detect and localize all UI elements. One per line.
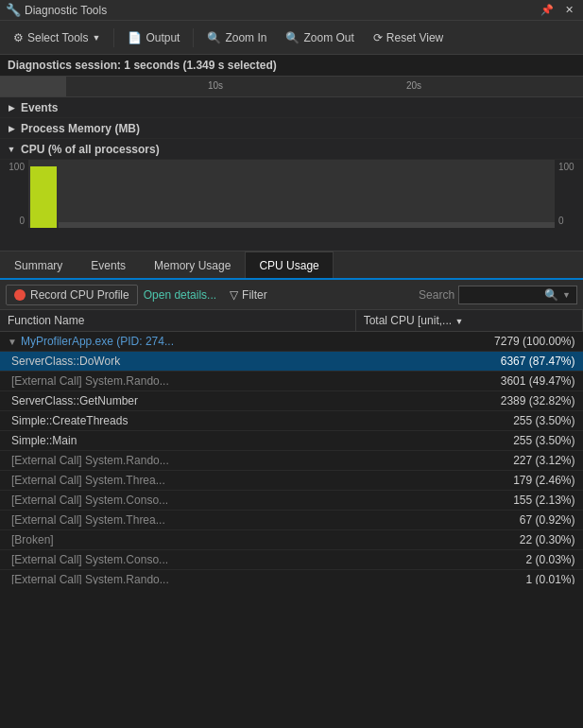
diagnostic-tools-icon: 🔧 <box>6 3 21 17</box>
tab-events[interactable]: Events <box>77 251 140 278</box>
title-bar-title: Diagnostic Tools <box>25 4 107 17</box>
tab-cpu-usage[interactable]: CPU Usage <box>245 251 333 278</box>
cpu-graph <box>28 160 555 228</box>
toolbar-separator-1 <box>113 28 114 47</box>
timeline-area: 10s 20s ▶ Events ▶ Process Memory (MB) ▼… <box>0 77 583 251</box>
table-row[interactable]: [External Call] System.Rando...227 (3.12… <box>0 451 583 471</box>
gear-icon: ⚙ <box>13 31 24 44</box>
cpu-value-cell: 7279 (100.00%) <box>355 332 582 352</box>
table-row[interactable]: [External Call] System.Conso...155 (2.13… <box>0 491 583 511</box>
cpu-value-cell: 255 (3.50%) <box>355 431 582 451</box>
reset-view-label: Reset View <box>386 31 443 44</box>
cpu-chart: 100 0 100 0 <box>0 160 583 228</box>
zoom-in-icon: 🔍 <box>207 31 221 44</box>
function-name-text: [External Call] System.Conso... <box>11 553 168 566</box>
search-dropdown-icon[interactable]: ▼ <box>562 290 571 300</box>
open-details-link[interactable]: Open details... <box>144 288 216 302</box>
close-button[interactable]: ✕ <box>561 3 577 17</box>
function-name-text: ServerClass::GetNumber <box>11 394 138 407</box>
cpu-value-cell: 6367 (87.47%) <box>355 352 582 372</box>
filter-label: Filter <box>242 288 267 302</box>
table-row[interactable]: [External Call] System.Threa...179 (2.46… <box>0 471 583 491</box>
cpu-value-cell: 67 (0.92%) <box>355 511 582 530</box>
cpu-value-cell: 1 (0.01%) <box>355 570 582 585</box>
table-row[interactable]: [External Call] System.Threa...67 (0.92%… <box>0 511 583 530</box>
process-memory-track[interactable]: ▶ Process Memory (MB) <box>0 118 583 139</box>
tab-memory-usage[interactable]: Memory Usage <box>140 251 245 278</box>
function-name-text: [External Call] System.Conso... <box>11 494 168 507</box>
table-row[interactable]: ▼ MyProfilerApp.exe (PID: 274...7279 (10… <box>0 332 583 352</box>
tick-10s: 10s <box>208 80 223 91</box>
action-bar: Record CPU Profile Open details... ▽ Fil… <box>0 280 583 310</box>
function-name-cell: ServerClass::DoWork <box>0 352 355 372</box>
function-name-cell: [Broken] <box>0 530 355 550</box>
cpu-usage-table: Function Name Total CPU [unit,... ▼ MyPr… <box>0 310 583 584</box>
zoom-out-icon: 🔍 <box>285 31 300 44</box>
search-box: Search 🔍 ▼ <box>281 286 577 304</box>
cpu-value-cell: 2389 (32.82%) <box>355 391 582 411</box>
output-button[interactable]: 📄 Output <box>120 27 187 48</box>
cpu-y-max-right: 100 <box>558 162 579 172</box>
zoom-in-button[interactable]: 🔍 Zoom In <box>199 27 274 48</box>
cpu-value-cell: 22 (0.30%) <box>355 530 582 550</box>
function-name-text: [External Call] System.Threa... <box>11 513 165 527</box>
table-container: Function Name Total CPU [unit,... ▼ MyPr… <box>0 310 583 584</box>
search-label: Search <box>419 288 454 302</box>
cpu-y-min: 0 <box>4 216 25 226</box>
table-row[interactable]: [External Call] System.Rando...3601 (49.… <box>0 372 583 391</box>
table-row[interactable]: Simple::CreateThreads255 (3.50%) <box>0 411 583 431</box>
record-cpu-profile-button[interactable]: Record CPU Profile <box>6 285 138 305</box>
function-name-text: [External Call] System.Rando... <box>11 374 169 388</box>
select-tools-label: Select Tools <box>27 31 88 44</box>
table-row[interactable]: [External Call] System.Rando...1 (0.01%) <box>0 570 583 585</box>
function-name-cell: ServerClass::GetNumber <box>0 391 355 411</box>
cpu-track-header[interactable]: ▼ CPU (% of all processors) <box>0 139 583 160</box>
cpu-y-max: 100 <box>4 162 25 172</box>
cpu-value-cell: 179 (2.46%) <box>355 471 582 491</box>
cpu-y-axis-right: 100 0 <box>555 160 583 228</box>
select-tools-button[interactable]: ⚙ Select Tools ▼ <box>6 27 108 48</box>
cpu-y-min-right: 0 <box>558 216 579 226</box>
function-name-text: [Broken] <box>11 533 54 546</box>
cpu-value-cell: 3601 (49.47%) <box>355 372 582 391</box>
reset-icon: ⟳ <box>373 31 383 44</box>
toolbar: ⚙ Select Tools ▼ 📄 Output 🔍 Zoom In 🔍 Zo… <box>0 21 583 55</box>
cpu-value-cell: 255 (3.50%) <box>355 411 582 431</box>
cpu-y-axis-left: 100 0 <box>0 160 28 228</box>
cpu-value-cell: 227 (3.12%) <box>355 451 582 471</box>
cpu-label: CPU (% of all processors) <box>21 143 160 156</box>
session-bar: Diagnostics session: 1 seconds (1.349 s … <box>0 55 583 77</box>
tab-summary[interactable]: Summary <box>0 251 77 278</box>
table-row[interactable]: [External Call] System.Conso...2 (0.03%) <box>0 550 583 570</box>
function-name-cell: [External Call] System.Rando... <box>0 372 355 391</box>
record-dot-icon <box>14 289 26 301</box>
toolbar-separator-2 <box>193 28 194 47</box>
function-name-cell: [External Call] System.Threa... <box>0 471 355 491</box>
table-row[interactable]: ServerClass::DoWork6367 (87.47%) <box>0 352 583 372</box>
reset-view-button[interactable]: ⟳ Reset View <box>366 27 451 48</box>
output-icon: 📄 <box>128 31 142 44</box>
function-name-text: [External Call] System.Threa... <box>11 474 165 487</box>
zoom-in-label: Zoom In <box>225 31 266 44</box>
function-name-text: Simple::CreateThreads <box>11 414 128 427</box>
search-input[interactable] <box>465 288 540 302</box>
function-name-cell: Simple::Main <box>0 431 355 451</box>
record-label: Record CPU Profile <box>30 288 129 302</box>
search-icon[interactable]: 🔍 <box>544 288 558 302</box>
pin-button[interactable]: 📌 <box>537 3 557 17</box>
events-track[interactable]: ▶ Events <box>0 97 583 118</box>
table-row[interactable]: ServerClass::GetNumber2389 (32.82%) <box>0 391 583 411</box>
tree-expand-icon: ▼ <box>8 337 17 347</box>
cpu-expand-icon: ▼ <box>6 144 17 155</box>
function-name-text: ServerClass::DoWork <box>11 355 120 368</box>
function-name-text: [External Call] System.Rando... <box>11 573 169 584</box>
zoom-out-button[interactable]: 🔍 Zoom Out <box>278 27 361 48</box>
table-row[interactable]: [Broken]22 (0.30%) <box>0 530 583 550</box>
col-header-function-name[interactable]: Function Name <box>0 310 355 332</box>
filter-button[interactable]: ▽ Filter <box>222 286 275 304</box>
table-row[interactable]: Simple::Main255 (3.50%) <box>0 431 583 451</box>
cpu-value-cell: 2 (0.03%) <box>355 550 582 570</box>
col-header-total-cpu[interactable]: Total CPU [unit,... <box>355 310 582 332</box>
zoom-out-label: Zoom Out <box>303 31 353 44</box>
events-label: Events <box>21 101 58 114</box>
